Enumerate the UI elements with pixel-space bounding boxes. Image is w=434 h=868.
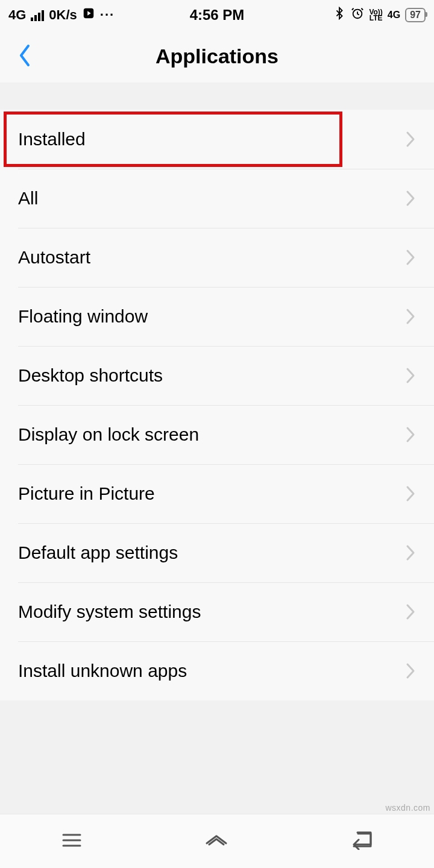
chevron-right-icon — [405, 248, 416, 266]
chevron-right-icon — [405, 366, 416, 385]
row-installed[interactable]: Installed — [0, 110, 434, 169]
row-all[interactable]: All — [0, 169, 434, 228]
nav-recents-button[interactable] — [60, 831, 84, 852]
page-title: Applications — [156, 45, 278, 68]
row-floating-window[interactable]: Floating window — [0, 287, 434, 346]
chevron-right-icon — [405, 544, 416, 562]
row-default-app-settings[interactable]: Default app settings — [0, 523, 434, 582]
nav-home-button[interactable] — [203, 831, 230, 852]
chevron-right-icon — [405, 426, 416, 444]
row-label: Display on lock screen — [18, 424, 199, 445]
back-button[interactable] — [17, 43, 33, 70]
more-icon: ··· — [100, 7, 115, 23]
row-label: Desktop shortcuts — [18, 365, 163, 386]
volte-icon: Vo)) LTE — [369, 9, 382, 21]
chevron-right-icon — [405, 189, 416, 207]
row-autostart[interactable]: Autostart — [0, 228, 434, 287]
settings-list: Installed All Autostart Floating window … — [0, 110, 434, 700]
row-desktop-shortcuts[interactable]: Desktop shortcuts — [0, 346, 434, 405]
watermark: wsxdn.com — [385, 803, 430, 813]
row-label: Install unknown apps — [18, 661, 187, 681]
status-right: Vo)) LTE 4G 97 — [333, 7, 426, 24]
row-label: Autostart — [18, 247, 90, 268]
row-picture-in-picture[interactable]: Picture in Picture — [0, 464, 434, 523]
media-icon — [82, 7, 95, 24]
nav-back-button[interactable] — [349, 831, 374, 852]
chevron-right-icon — [405, 603, 416, 621]
network-type: 4G — [8, 7, 26, 23]
signal-icon — [31, 9, 44, 21]
chevron-right-icon — [405, 130, 416, 148]
navigation-bar — [0, 814, 434, 868]
chevron-right-icon — [405, 662, 416, 680]
title-bar: Applications — [0, 30, 434, 83]
row-label: Modify system settings — [18, 602, 201, 622]
status-left: 4G 0K/s ··· — [8, 7, 115, 24]
status-bar: 4G 0K/s ··· 4:56 PM Vo)) LTE 4G 97 — [0, 0, 434, 30]
row-display-on-lock-screen[interactable]: Display on lock screen — [0, 405, 434, 464]
row-label: Floating window — [18, 306, 148, 327]
bluetooth-icon — [333, 7, 346, 24]
row-modify-system-settings[interactable]: Modify system settings — [0, 582, 434, 641]
section-spacer — [0, 83, 434, 110]
data-speed: 0K/s — [49, 7, 77, 23]
chevron-right-icon — [405, 485, 416, 503]
network-type-2: 4G — [388, 10, 400, 20]
row-label: Installed — [18, 129, 86, 149]
row-install-unknown-apps[interactable]: Install unknown apps — [0, 641, 434, 700]
battery-icon: 97 — [405, 8, 426, 22]
alarm-icon — [351, 7, 364, 24]
row-label: All — [18, 188, 38, 209]
row-label: Picture in Picture — [18, 483, 155, 504]
chevron-right-icon — [405, 307, 416, 326]
row-label: Default app settings — [18, 542, 178, 563]
